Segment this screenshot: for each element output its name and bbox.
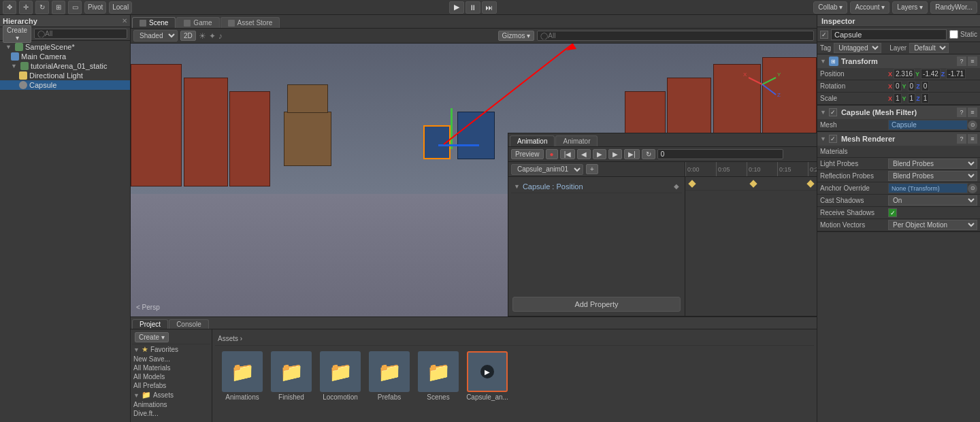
keyframe-end[interactable]	[806, 180, 814, 187]
tool-rect-btn[interactable]: ▭	[68, 1, 82, 14]
rot-z-field[interactable]: 0	[921, 81, 930, 91]
anim-next-frame[interactable]: ▶	[608, 149, 622, 159]
sidebar-all-models[interactable]: All Models	[132, 372, 210, 381]
renderer-checkbox[interactable]: ✓	[829, 135, 837, 143]
tab-asset-store[interactable]: Asset Store	[220, 17, 280, 28]
step-button[interactable]: ⏭	[482, 1, 497, 14]
light-probes-select[interactable]: Blend Probes	[888, 159, 977, 169]
rot-y-field[interactable]: 0	[908, 81, 916, 91]
meshfilter-checkbox[interactable]: ✓	[829, 108, 837, 116]
capsule-object[interactable]	[423, 125, 451, 159]
play-button[interactable]: ▶	[449, 1, 464, 14]
pos-y-field[interactable]: -1.42	[921, 69, 941, 79]
lighting-icon[interactable]: ☀	[199, 31, 206, 41]
asset-finished[interactable]: 📁 Finished	[270, 351, 313, 401]
reflection-probes-select[interactable]: Blend Probes	[888, 171, 977, 181]
hierarchy-close-btn[interactable]: ✕	[122, 17, 127, 25]
keyframe-start[interactable]	[688, 180, 696, 187]
pause-button[interactable]: ⏸	[466, 1, 480, 14]
sidebar-all-materials[interactable]: All Materials	[132, 363, 210, 372]
tab-scene[interactable]: Scene	[132, 17, 176, 28]
object-name-field[interactable]	[831, 29, 947, 40]
mesh-select-btn[interactable]: ⊙	[968, 120, 977, 130]
asset-locomotion[interactable]: 📁 Locomotion	[318, 351, 362, 401]
local-group[interactable]: Local	[109, 1, 132, 14]
sidebar-assets[interactable]: ▼ 📁 Assets	[132, 390, 210, 400]
asset-capsule-anim[interactable]: ▶ Capsule_an...	[466, 351, 509, 401]
anim-play[interactable]: ▶	[593, 149, 606, 159]
hierarchy-item-sample-scene[interactable]: ▼ SampleScene*	[0, 42, 130, 52]
renderer-help-btn[interactable]: ?	[957, 134, 966, 144]
meshfilter-help-btn[interactable]: ?	[957, 108, 966, 117]
anim-tab-animator[interactable]: Animator	[555, 135, 598, 146]
tab-project[interactable]: Project	[132, 319, 168, 329]
anim-tab-animation[interactable]: Animation	[510, 135, 555, 146]
tool-rotate-btn[interactable]: ↻	[35, 1, 49, 14]
rot-x-field[interactable]: 0	[894, 81, 902, 91]
audio-icon[interactable]: ♪	[218, 31, 223, 41]
mesh-renderer-header[interactable]: ▼ ✓ Mesh Renderer ? ≡	[817, 132, 980, 146]
tool-scale-btn[interactable]: ⊞	[52, 1, 65, 14]
account-button[interactable]: Account ▾	[850, 1, 889, 14]
motion-vectors-select[interactable]: Per Object Motion	[888, 220, 977, 230]
meshfilter-menu-btn[interactable]: ≡	[968, 108, 977, 117]
scene-search[interactable]	[537, 31, 814, 41]
randy-button[interactable]: RandyWor...	[930, 1, 977, 14]
anim-prev-frame[interactable]: ◀	[577, 149, 591, 159]
mesh-filter-header[interactable]: ▼ ✓ Capsule (Mesh Filter) ? ≡	[817, 106, 980, 119]
tab-console[interactable]: Console	[169, 319, 209, 329]
anim-prev-key[interactable]: |◀	[560, 149, 576, 159]
sidebar-dive[interactable]: Dive.ft...	[132, 409, 210, 418]
project-create-btn[interactable]: Create ▾	[135, 332, 169, 342]
shading-dropdown[interactable]: Shaded	[133, 30, 178, 42]
fx-icon[interactable]: ✦	[209, 31, 216, 41]
keyframe-mid[interactable]	[749, 180, 757, 187]
anim-prop-options[interactable]: ◆	[674, 182, 679, 190]
asset-prefabs[interactable]: 📁 Prefabs	[368, 351, 411, 401]
pos-z-field[interactable]: -1.71	[946, 69, 966, 79]
anim-add-clip[interactable]: +	[586, 164, 598, 174]
transform-menu-btn[interactable]: ≡	[968, 56, 977, 66]
gizmos-btn[interactable]: Gizmos ▾	[498, 31, 535, 41]
object-enabled-checkbox[interactable]: ✓	[820, 31, 828, 39]
scale-x-field[interactable]: 1	[894, 93, 902, 103]
hierarchy-item-main-camera[interactable]: Main Camera	[0, 52, 130, 61]
transform-header[interactable]: ▼ ⊞ Transform ? ≡	[817, 54, 980, 68]
anim-clip-select[interactable]: Capsule_anim01	[511, 164, 583, 175]
sidebar-favorites[interactable]: ▼ ★ Favorites	[132, 344, 210, 355]
anim-time-input[interactable]	[657, 149, 784, 159]
asset-animations[interactable]: 📁 Animations	[220, 351, 264, 401]
add-property-btn[interactable]: Add Property	[512, 297, 681, 312]
record-btn[interactable]: ●	[546, 149, 558, 159]
hierarchy-item-capsule[interactable]: Capsule	[0, 80, 130, 90]
hierarchy-search[interactable]	[34, 29, 127, 39]
scale-z-field[interactable]: 1	[921, 93, 930, 103]
scene-gizmo-widget[interactable]: Y X Z	[742, 64, 783, 105]
receive-shadows-checkbox[interactable]: ✓	[888, 208, 897, 217]
transform-help-btn[interactable]: ?	[957, 56, 966, 66]
anim-next-key[interactable]: ▶|	[624, 149, 640, 159]
collab-button[interactable]: Collab ▾	[813, 1, 847, 14]
cast-shadows-select[interactable]: On	[888, 195, 977, 206]
hierarchy-create-btn[interactable]: Create ▾	[3, 25, 31, 43]
tab-game[interactable]: Game	[176, 17, 219, 28]
scale-y-field[interactable]: 1	[908, 93, 916, 103]
layers-button[interactable]: Layers ▾	[892, 1, 928, 14]
hierarchy-item-directional-light[interactable]: Directional Light	[0, 71, 130, 80]
sidebar-all-prefabs[interactable]: All Prefabs	[132, 381, 210, 390]
tag-select[interactable]: Untagged	[834, 43, 881, 53]
local-label[interactable]: Local	[112, 3, 129, 11]
tool-hand-btn[interactable]: ✥	[3, 1, 16, 14]
pivot-label[interactable]: Pivot	[88, 3, 103, 11]
pivot-group[interactable]: Pivot	[84, 1, 106, 14]
timeline-content[interactable]	[685, 177, 817, 191]
anchor-select-btn[interactable]: ⊙	[968, 184, 977, 193]
sidebar-animations[interactable]: Animations	[132, 400, 210, 409]
pos-x-field[interactable]: 2.316	[894, 69, 915, 79]
tool-move-btn[interactable]: ✛	[19, 1, 33, 14]
2d-toggle[interactable]: 2D	[180, 31, 196, 41]
renderer-menu-btn[interactable]: ≡	[968, 134, 977, 144]
anim-loop[interactable]: ↻	[642, 149, 655, 159]
layer-select[interactable]: Default	[909, 43, 949, 53]
preview-btn[interactable]: Preview	[511, 149, 544, 159]
